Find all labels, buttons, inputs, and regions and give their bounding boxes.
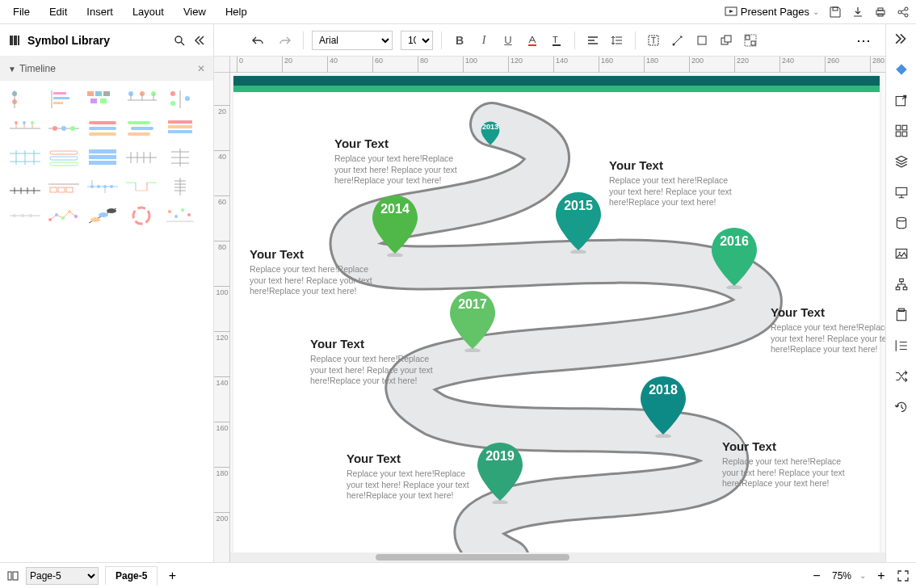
shape-item[interactable] xyxy=(123,116,160,141)
shape-item[interactable] xyxy=(45,145,82,170)
shape-item[interactable] xyxy=(6,204,44,228)
download-icon[interactable] xyxy=(851,6,864,19)
shape-item[interactable] xyxy=(45,87,82,111)
zoom-out-button[interactable]: − xyxy=(809,569,824,583)
highlight-button[interactable]: T xyxy=(547,31,566,50)
pages-list-icon[interactable] xyxy=(6,569,19,582)
search-icon[interactable] xyxy=(173,34,186,47)
shape-item[interactable] xyxy=(45,204,82,228)
textblock-body: Replace your text here!Replace your text… xyxy=(722,456,859,489)
page-select[interactable]: Page-5 xyxy=(26,567,99,585)
shape-item[interactable] xyxy=(84,174,121,199)
page-canvas[interactable]: 2013 2014 2015 2016 2017 2018 2019Your T… xyxy=(233,76,880,561)
more-button[interactable]: ⋯ xyxy=(853,32,876,49)
indent-icon[interactable] xyxy=(892,336,911,355)
fill-style-icon[interactable] xyxy=(892,60,911,79)
timeline-pin-2013[interactable]: 2013 xyxy=(480,120,501,147)
shape-item[interactable] xyxy=(123,174,160,199)
line-spacing-button[interactable] xyxy=(607,31,627,50)
shape-item[interactable] xyxy=(123,204,160,228)
shape-outline-button[interactable] xyxy=(692,31,712,50)
close-panel-icon[interactable]: ✕ xyxy=(197,63,205,74)
shape-item[interactable] xyxy=(45,116,82,141)
shape-item[interactable] xyxy=(123,145,160,170)
timeline-textblock[interactable]: Your TextReplace your text here!Replace … xyxy=(334,136,472,187)
font-color-button[interactable] xyxy=(523,31,542,50)
present-button[interactable]: Present Pages ⌄ xyxy=(725,6,819,19)
text-tool-button[interactable]: T xyxy=(644,31,663,50)
print-icon[interactable] xyxy=(874,6,887,19)
timeline-textblock[interactable]: Your TextReplace your text here!Replace … xyxy=(250,247,387,297)
svg-rect-123 xyxy=(698,36,706,44)
grid-icon[interactable] xyxy=(892,121,911,141)
shape-item[interactable] xyxy=(84,87,121,111)
shape-item[interactable] xyxy=(84,116,121,141)
timeline-textblock[interactable]: Your TextReplace your text here!Replace … xyxy=(347,452,484,502)
presentation-icon[interactable] xyxy=(892,183,911,202)
sitemap-icon[interactable] xyxy=(892,275,911,294)
font-select[interactable]: Arial xyxy=(312,31,393,50)
layers-icon[interactable] xyxy=(892,152,911,171)
shuffle-icon[interactable] xyxy=(892,367,911,386)
canvas-scroll[interactable]: 2013 2014 2015 2016 2017 2018 2019Your T… xyxy=(230,73,885,562)
menu-file[interactable]: File xyxy=(13,6,30,18)
timeline-textblock[interactable]: Your TextReplace your text here!Replace … xyxy=(609,158,746,208)
save-icon[interactable] xyxy=(829,6,842,19)
shape-item[interactable] xyxy=(84,145,121,170)
font-size-select[interactable]: 10 xyxy=(401,31,433,50)
redo-button[interactable] xyxy=(275,31,295,50)
horizontal-scrollbar[interactable] xyxy=(230,552,885,562)
image-icon[interactable] xyxy=(892,244,911,263)
history-icon[interactable] xyxy=(892,397,911,417)
share-icon[interactable] xyxy=(897,6,910,19)
collapse-sidebar-icon[interactable] xyxy=(192,34,205,47)
italic-button[interactable]: I xyxy=(474,31,494,50)
database-icon[interactable] xyxy=(892,213,911,233)
connector-button[interactable] xyxy=(668,31,687,50)
menu-edit[interactable]: Edit xyxy=(49,6,67,18)
shape-item[interactable] xyxy=(162,145,199,170)
shape-item[interactable] xyxy=(123,87,160,111)
shape-item[interactable] xyxy=(6,145,44,170)
timeline-pin-2016[interactable]: 2016 xyxy=(708,225,760,289)
shape-item[interactable] xyxy=(162,204,199,228)
timeline-pin-2017[interactable]: 2017 xyxy=(447,288,498,352)
menu-insert[interactable]: Insert xyxy=(86,6,113,18)
svg-rect-146 xyxy=(896,287,900,289)
fullscreen-icon[interactable] xyxy=(897,569,910,582)
timeline-pin-2015[interactable]: 2015 xyxy=(553,189,604,254)
arrange-button[interactable] xyxy=(716,31,736,50)
pin-year-label: 2019 xyxy=(485,449,515,464)
timeline-textblock[interactable]: Your TextReplace your text here!Replace … xyxy=(722,439,859,489)
timeline-pin-2018[interactable]: 2018 xyxy=(637,373,689,438)
zoom-in-button[interactable]: + xyxy=(874,569,889,583)
chevron-down-icon[interactable]: ⌄ xyxy=(859,571,866,580)
timeline-textblock[interactable]: Your TextReplace your text here!Replace … xyxy=(771,305,885,355)
shape-item[interactable] xyxy=(162,116,199,141)
bold-button[interactable]: B xyxy=(450,31,469,50)
shape-item[interactable] xyxy=(84,204,121,228)
timeline-panel-header[interactable]: ▼Timeline ✕ xyxy=(0,57,213,81)
align-button[interactable] xyxy=(583,31,603,50)
clipboard-icon[interactable] xyxy=(892,305,911,325)
scrollbar-thumb[interactable] xyxy=(376,554,569,561)
add-page-button[interactable]: + xyxy=(164,568,180,584)
group-button[interactable] xyxy=(741,31,760,50)
shape-item[interactable] xyxy=(6,87,44,111)
shape-item[interactable] xyxy=(45,174,82,199)
menu-view[interactable]: View xyxy=(183,6,206,18)
export-shape-icon[interactable] xyxy=(892,90,911,110)
expand-right-icon[interactable] xyxy=(892,29,911,48)
svg-rect-47 xyxy=(131,127,153,130)
menu-help[interactable]: Help xyxy=(225,6,247,18)
underline-button[interactable]: U xyxy=(498,31,518,50)
timeline-textblock[interactable]: Your TextReplace your text here!Replace … xyxy=(310,337,447,387)
zoom-level[interactable]: 75% xyxy=(832,570,851,582)
shape-item[interactable] xyxy=(6,174,44,199)
menu-layout[interactable]: Layout xyxy=(132,6,164,18)
shape-item[interactable] xyxy=(6,116,44,141)
page-tab[interactable]: Page-5 xyxy=(105,566,158,585)
undo-button[interactable] xyxy=(248,31,267,50)
shape-item[interactable] xyxy=(162,87,199,111)
shape-item[interactable] xyxy=(162,174,199,199)
